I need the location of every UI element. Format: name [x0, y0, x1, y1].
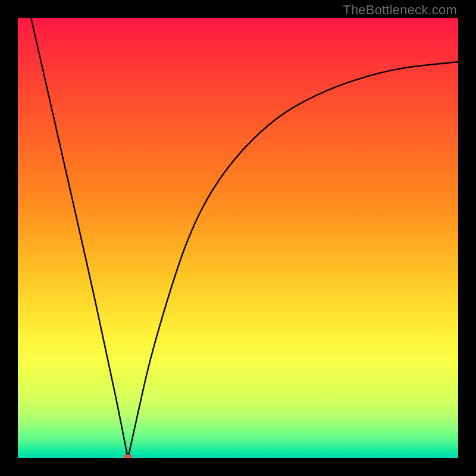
- watermark-text: TheBottleneck.com: [343, 2, 457, 18]
- chart-frame: TheBottleneck.com: [0, 0, 476, 476]
- bottleneck-curve: [18, 18, 458, 458]
- minimum-marker: [124, 455, 132, 459]
- plot-area: [18, 18, 458, 458]
